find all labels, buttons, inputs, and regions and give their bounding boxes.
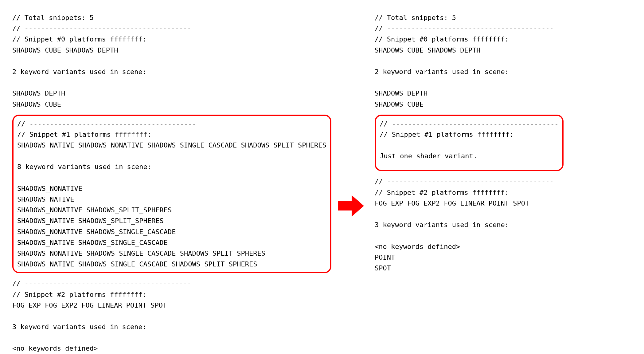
arrow-container: [335, 12, 365, 283]
left-snippet-0: // Total snippets: 5 // ----------------…: [12, 12, 326, 110]
left-highlight-box: // -------------------------------------…: [12, 115, 331, 273]
right-highlight-box: // -------------------------------------…: [375, 115, 564, 171]
left-panel: // Total snippets: 5 // ----------------…: [12, 12, 326, 354]
right-snippet-1: // -------------------------------------…: [380, 118, 559, 162]
right-snippet-2: // -------------------------------------…: [375, 176, 565, 273]
right-snippet-0: // Total snippets: 5 // ----------------…: [375, 12, 565, 110]
svg-marker-0: [338, 195, 364, 217]
right-panel: // Total snippets: 5 // ----------------…: [375, 12, 565, 273]
left-snippet-1: // -------------------------------------…: [17, 118, 326, 270]
left-snippet-2: // -------------------------------------…: [12, 278, 326, 354]
arrow-right-icon: [335, 191, 365, 221]
